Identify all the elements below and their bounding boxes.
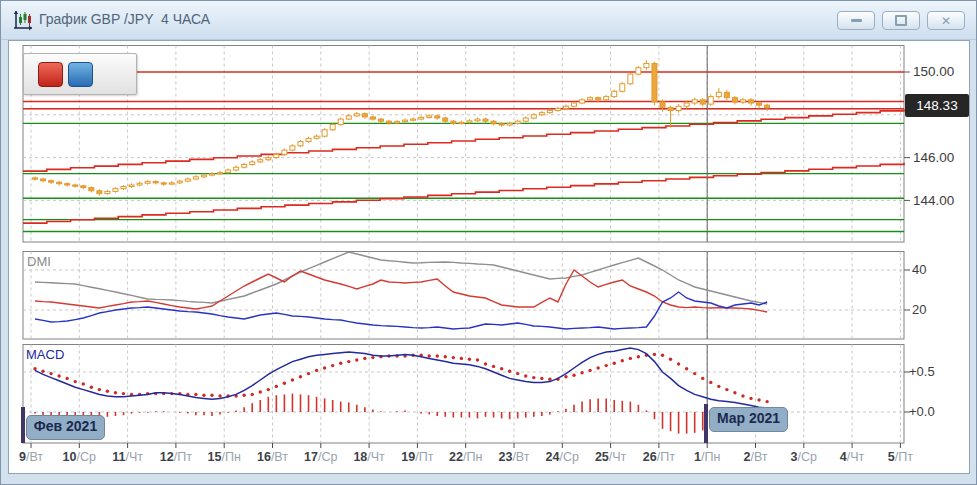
dmi-axis-tick: 40 [912, 262, 926, 277]
macd-signal-dot [733, 391, 736, 394]
macd-signal-dot [588, 369, 591, 372]
macd-signal-dot [355, 358, 358, 361]
macd-signal-dot [701, 377, 704, 380]
candle-body [129, 185, 134, 186]
x-axis-label: 17/Ср [297, 450, 345, 464]
macd-signal-dot [500, 367, 503, 370]
candle-body [523, 118, 528, 121]
candle-body [65, 184, 70, 185]
candle-body [740, 100, 745, 102]
candle-body [443, 118, 448, 121]
candle-body [708, 97, 713, 104]
x-axis-label: 10/Ср [55, 450, 103, 464]
candle-body [499, 124, 504, 125]
macd-axis-tick: +0.5 [909, 364, 935, 379]
macd-signal-dot [669, 358, 672, 361]
candle-body [193, 177, 198, 179]
macd-signal-dot [194, 393, 197, 396]
candle-body [258, 160, 263, 162]
candle-body [451, 121, 456, 123]
price-axis-label: 146.00 [913, 150, 971, 165]
macd-axis-tick: +0.0 [909, 404, 935, 419]
macd-signal-dot [709, 381, 712, 384]
candle-body [49, 181, 54, 182]
candle-body [612, 91, 617, 96]
candle-body [604, 97, 609, 100]
macd-signal-dot [613, 362, 616, 365]
macd-signal-dot [677, 362, 680, 365]
macd-signal-dot [428, 354, 431, 357]
blue-series-button[interactable] [68, 62, 93, 87]
macd-panel-label: MACD [26, 347, 64, 362]
price-axis-label: 144.00 [913, 193, 971, 208]
candle-body [73, 185, 78, 186]
candle-body [105, 191, 110, 193]
candle-body [113, 189, 118, 192]
mar-month-marker-bar [704, 404, 708, 443]
macd-signal-dot [251, 393, 254, 396]
macd-signal-dot [299, 375, 302, 378]
macd-signal-dot [564, 375, 567, 378]
candle-body [378, 119, 383, 121]
macd-signal-dot [331, 364, 334, 367]
macd-signal-dot [604, 364, 607, 367]
candle-body [636, 68, 641, 74]
candle-body [692, 100, 697, 103]
candle-body [507, 123, 512, 125]
candle-body [169, 183, 174, 184]
x-axis-label: 15/Пн [200, 450, 248, 464]
x-axis-label: 3/Ср [780, 450, 828, 464]
macd-signal-dot [717, 385, 720, 388]
macd-signal-dot [347, 360, 350, 363]
x-axis-label: 16/Вт [249, 450, 297, 464]
macd-signal-dot [291, 378, 294, 381]
candle-body [177, 181, 182, 183]
candle-body [531, 115, 536, 118]
candle-body [411, 119, 416, 120]
candle-body [161, 183, 166, 184]
candle-body [314, 136, 319, 138]
macd-signal-dot [202, 394, 205, 397]
candle-body [660, 102, 665, 107]
macd-signal-dot [57, 374, 60, 377]
candle-body [89, 188, 94, 191]
candle-body [209, 174, 214, 175]
candle-body [757, 103, 762, 105]
candle-body [459, 122, 464, 123]
candle-body [765, 105, 770, 108]
macd-signal-dot [106, 390, 109, 393]
macd-signal-dot [242, 394, 245, 397]
chart-canvas[interactable] [1, 1, 977, 485]
candle-body [403, 120, 408, 121]
candle-body [41, 179, 46, 181]
macd-signal-dot [693, 372, 696, 375]
candle-body [547, 111, 552, 113]
candle-body [467, 121, 472, 122]
candle-body [435, 116, 440, 118]
macd-signal-dot [33, 367, 36, 370]
macd-signal-dot [41, 370, 44, 373]
macd-signal-dot [524, 374, 527, 377]
macd-signal-dot [65, 377, 68, 380]
red-series-button[interactable] [38, 62, 63, 87]
candle-body [322, 130, 327, 136]
candle-body [539, 113, 544, 115]
macd-signal-dot [307, 372, 310, 375]
macd-signal-dot [572, 374, 575, 377]
candle-body [185, 179, 190, 181]
candle-body [732, 98, 737, 102]
candle-body [580, 100, 585, 103]
x-axis-label: 19/Пт [393, 450, 441, 464]
candle-body [644, 63, 649, 67]
macd-signal-dot [90, 386, 93, 389]
candle-body [330, 124, 335, 129]
candle-body [33, 178, 38, 179]
macd-signal-dot [629, 357, 632, 360]
candle-body [572, 103, 577, 106]
x-axis-label: 23/Вт [490, 450, 538, 464]
macd-signal-dot [74, 380, 77, 383]
candle-body [290, 146, 295, 150]
candle-body [628, 74, 633, 84]
candle-body [153, 182, 158, 183]
x-axis-label: 18/Чт [345, 450, 393, 464]
